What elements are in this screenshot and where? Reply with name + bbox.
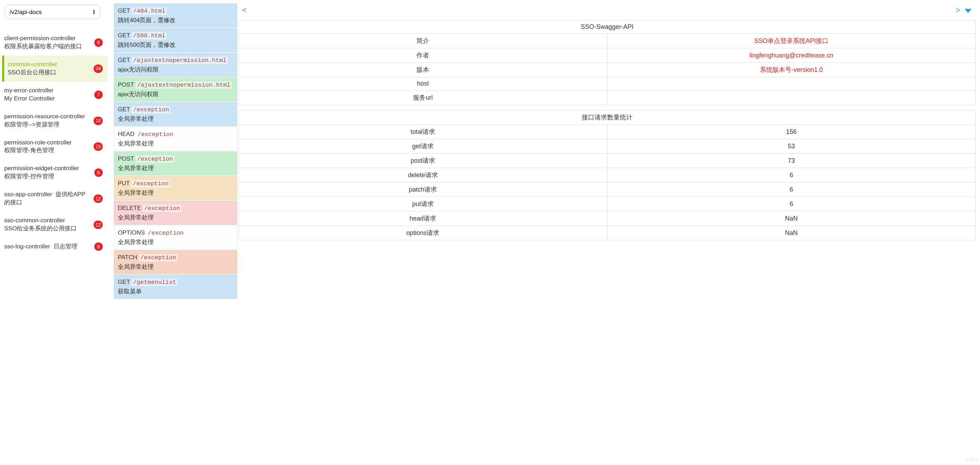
info-value: [607, 77, 976, 91]
stats-label: put请求: [239, 197, 608, 211]
endpoint-desc: 全局异常处理: [118, 189, 233, 198]
endpoint-item[interactable]: PUT /exception全局异常处理: [114, 176, 237, 200]
endpoint-desc: 全局异常处理: [118, 139, 233, 148]
endpoint-item[interactable]: GET /getmenulist获取菜单: [114, 275, 237, 299]
stats-header: 接口请求数量统计: [239, 110, 976, 125]
info-value: 系统版本号-version1.0: [607, 63, 976, 77]
controller-item[interactable]: sso-common-controllerSSO给业务系统的公用接口12: [2, 212, 108, 238]
http-method: GET: [118, 57, 130, 63]
endpoint-item[interactable]: GET /exception全局异常处理: [114, 102, 237, 126]
count-badge: 6: [94, 38, 103, 47]
info-value: SSO单点登录系统API接口: [607, 34, 976, 48]
count-badge: 15: [94, 142, 103, 151]
endpoint-item[interactable]: GET /500.html跳转500页面，需修改: [114, 28, 237, 52]
table-row: 服务url: [239, 91, 976, 105]
endpoint-path: /500.html: [132, 32, 167, 40]
controller-desc: 权限管理-角色管理: [4, 147, 90, 155]
controller-name: common-controller: [8, 61, 90, 69]
http-method: GET: [118, 32, 130, 39]
stats-label: post请求: [239, 153, 608, 168]
endpoint-desc: 跳转500页面，需修改: [118, 40, 233, 50]
endpoint-desc: 跳转404页面，需修改: [118, 16, 233, 25]
stats-value: 53: [607, 139, 976, 153]
count-badge: 12: [94, 195, 103, 203]
api-info-table: SSO-Swagger-API 简介SSO单点登录系统API接口作者lingfe…: [239, 20, 976, 105]
endpoint-item[interactable]: OPTIONS /exception全局异常处理: [114, 225, 237, 249]
endpoint-item[interactable]: HEAD /exception全局异常处理: [114, 127, 237, 151]
table-row: head请求NaN: [239, 211, 976, 226]
stats-value: NaN: [607, 226, 976, 240]
endpoint-path: /ajaxtextnopermission.html: [136, 81, 232, 89]
http-method: POST: [118, 81, 134, 88]
endpoint-desc: 全局异常处理: [118, 115, 233, 124]
endpoint-desc: 全局异常处理: [118, 164, 233, 173]
controller-name: sso-log-controller: [4, 243, 50, 250]
stats-value: 6: [607, 168, 976, 182]
stats-value: 6: [607, 197, 976, 211]
endpoint-item[interactable]: GET /404.html跳转404页面，需修改: [114, 3, 237, 27]
endpoint-path: /404.html: [132, 7, 167, 15]
count-badge: 6: [94, 242, 103, 251]
http-method: GET: [118, 7, 130, 14]
controller-desc: My Error Controller: [4, 95, 90, 103]
prev-button[interactable]: <: [242, 6, 247, 15]
table-row: 简介SSO单点登录系统API接口: [239, 34, 976, 48]
count-badge: 34: [94, 64, 103, 73]
stats-label: total请求: [239, 125, 608, 139]
controller-desc: 权限管理-控件管理: [4, 173, 90, 181]
controller-desc: 权限管理-->资源管理: [4, 121, 90, 129]
sidebar: /v2/api-docs ▲▼ client-permission-contro…: [0, 0, 114, 465]
count-badge: 10: [94, 117, 103, 125]
endpoint-desc: 全局异常处理: [118, 213, 233, 222]
info-label: 服务url: [239, 91, 608, 105]
stats-label: patch请求: [239, 182, 608, 197]
controller-name: client-permission-controller: [4, 35, 90, 43]
controller-name: permission-role-controller: [4, 139, 90, 147]
api-docs-select[interactable]: /v2/api-docs: [5, 5, 100, 19]
endpoint-path: /exception: [131, 180, 170, 187]
http-method: OPTIONS: [118, 229, 145, 236]
next-button[interactable]: >: [956, 6, 960, 15]
controller-item[interactable]: sso-app-controller 提供给APP的接口12: [2, 185, 108, 212]
dropdown-toggle-icon[interactable]: [964, 9, 972, 13]
endpoint-path: /exception: [146, 229, 185, 237]
api-docs-select-wrap: /v2/api-docs ▲▼: [5, 5, 100, 19]
endpoint-path: /getmenulist: [132, 279, 177, 286]
http-method: PATCH: [118, 254, 137, 260]
http-method: HEAD: [118, 131, 134, 137]
controller-list: client-permission-controller权限系统暴露给客户端的接…: [5, 30, 113, 256]
controller-item[interactable]: common-controllerSSO后台公用接口34: [2, 56, 108, 82]
stats-value: NaN: [607, 211, 976, 226]
stats-label: delete请求: [239, 168, 608, 182]
endpoint-path: /exception: [143, 205, 181, 212]
api-info-header: SSO-Swagger-API: [239, 21, 976, 34]
controller-item[interactable]: sso-log-controller 日志管理6: [2, 238, 108, 256]
endpoint-path: /exception: [139, 254, 178, 261]
stats-label: head请求: [239, 211, 608, 226]
table-row: get请求53: [239, 139, 976, 153]
info-value: lingfenghuang@creditease.cn: [607, 48, 976, 63]
table-row: delete请求6: [239, 168, 976, 182]
controller-item[interactable]: permission-resource-controller权限管理-->资源管…: [2, 108, 108, 134]
controller-item[interactable]: permission-role-controller权限管理-角色管理15: [2, 134, 108, 160]
endpoint-item[interactable]: POST /exception全局异常处理: [114, 152, 237, 176]
table-row: options请求NaN: [239, 226, 976, 240]
endpoint-item[interactable]: POST /ajaxtextnopermission.htmlajax无访问权限: [114, 78, 237, 101]
endpoint-item[interactable]: GET /ajaxtextnopermission.htmlajax无访问权限: [114, 53, 237, 77]
http-method: DELETE: [118, 205, 141, 211]
table-row: post请求73: [239, 153, 976, 168]
count-badge: 12: [94, 221, 103, 229]
endpoint-item[interactable]: DELETE /exception全局异常处理: [114, 201, 237, 225]
endpoint-item[interactable]: PATCH /exception全局异常处理: [114, 250, 237, 274]
controller-desc: 日志管理: [54, 243, 77, 250]
http-method: GET: [118, 106, 130, 113]
endpoint-desc: ajax无访问权限: [118, 90, 233, 99]
controller-item[interactable]: my-error-controllerMy Error Controller7: [2, 82, 108, 108]
controller-item[interactable]: permission-widget-controller权限管理-控件管理6: [2, 160, 108, 185]
controller-name: my-error-controller: [4, 87, 90, 95]
table-row: put请求6: [239, 197, 976, 211]
stats-value: 6: [607, 182, 976, 197]
controller-name: permission-resource-controller: [4, 113, 90, 121]
http-method: GET: [118, 279, 130, 285]
controller-item[interactable]: client-permission-controller权限系统暴露给客户端的接…: [2, 30, 108, 56]
